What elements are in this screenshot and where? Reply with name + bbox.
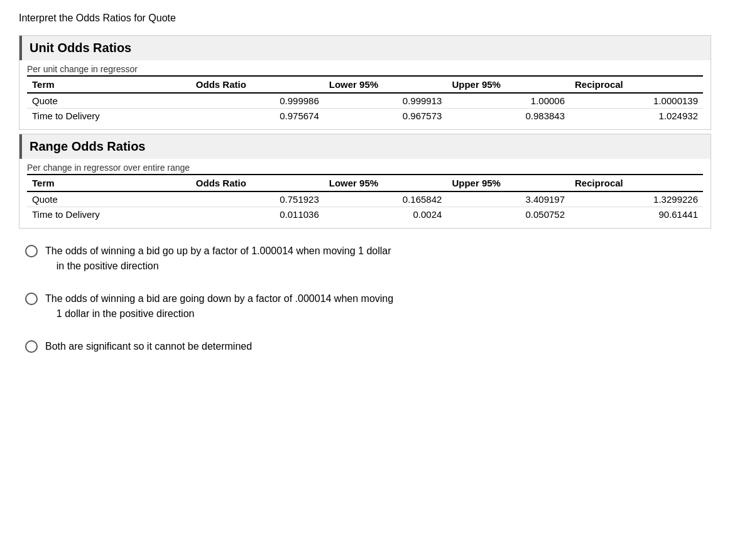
cell-recip: 1.024932 bbox=[570, 109, 703, 124]
option-item-3[interactable]: Both are significant so it cannot be det… bbox=[25, 339, 705, 354]
unit-col-term: Term bbox=[27, 76, 191, 93]
range-col-term: Term bbox=[27, 175, 191, 191]
cell-lower: 0.165842 bbox=[324, 191, 447, 207]
option-item-2[interactable]: The odds of winning a bid are going down… bbox=[25, 291, 705, 321]
options-section: The odds of winning a bid go up by a fac… bbox=[19, 244, 711, 354]
cell-odds: 0.751923 bbox=[191, 191, 324, 207]
radio-button-2[interactable] bbox=[25, 293, 38, 305]
unit-col-upper: Upper 95% bbox=[447, 76, 570, 93]
unit-col-lower: Lower 95% bbox=[324, 76, 447, 93]
cell-upper: 0.050752 bbox=[447, 207, 570, 222]
cell-term: Quote bbox=[27, 93, 191, 109]
cell-lower: 0.999913 bbox=[324, 93, 447, 109]
range-col-lower: Lower 95% bbox=[324, 175, 447, 191]
range-section-subtitle: Per change in regressor over entire rang… bbox=[27, 159, 703, 174]
radio-button-1[interactable] bbox=[25, 245, 38, 257]
option-text-1: The odds of winning a bid go up by a fac… bbox=[45, 244, 391, 274]
cell-recip: 1.0000139 bbox=[570, 93, 703, 109]
range-col-upper: Upper 95% bbox=[447, 175, 570, 191]
unit-section-header: Unit Odds Ratios bbox=[19, 36, 711, 60]
unit-section-subtitle: Per unit change in regressor bbox=[27, 60, 703, 75]
option-item-1[interactable]: The odds of winning a bid go up by a fac… bbox=[25, 244, 705, 274]
cell-lower: 0.967573 bbox=[324, 109, 447, 124]
cell-term: Time to Delivery bbox=[27, 109, 191, 124]
option-text-3: Both are significant so it cannot be det… bbox=[45, 339, 252, 354]
page-title: Interpret the Odds Ratios for Quote bbox=[19, 13, 711, 24]
cell-recip: 90.61441 bbox=[570, 207, 703, 222]
cell-upper: 0.983843 bbox=[447, 109, 570, 124]
option-text-2: The odds of winning a bid are going down… bbox=[45, 291, 393, 321]
cell-odds: 0.975674 bbox=[191, 109, 324, 124]
unit-table-header-row: Term Odds Ratio Lower 95% Upper 95% Reci… bbox=[27, 76, 703, 93]
table-row: Time to Delivery 0.975674 0.967573 0.983… bbox=[27, 109, 703, 124]
cell-upper: 1.00006 bbox=[447, 93, 570, 109]
cell-recip: 1.3299226 bbox=[570, 191, 703, 207]
range-col-recip: Reciprocal bbox=[570, 175, 703, 191]
range-odds-ratios-section: Range Odds Ratios Per change in regresso… bbox=[19, 134, 711, 229]
table-row: Quote 0.999986 0.999913 1.00006 1.000013… bbox=[27, 93, 703, 109]
radio-button-3[interactable] bbox=[25, 340, 38, 353]
unit-odds-ratios-section: Unit Odds Ratios Per unit change in regr… bbox=[19, 35, 711, 130]
unit-table: Term Odds Ratio Lower 95% Upper 95% Reci… bbox=[27, 75, 703, 123]
cell-lower: 0.0024 bbox=[324, 207, 447, 222]
cell-odds: 0.011036 bbox=[191, 207, 324, 222]
range-col-odds: Odds Ratio bbox=[191, 175, 324, 191]
range-table: Term Odds Ratio Lower 95% Upper 95% Reci… bbox=[27, 174, 703, 222]
cell-term: Quote bbox=[27, 191, 191, 207]
range-section-header: Range Odds Ratios bbox=[19, 134, 711, 159]
unit-col-odds: Odds Ratio bbox=[191, 76, 324, 93]
cell-odds: 0.999986 bbox=[191, 93, 324, 109]
range-table-header-row: Term Odds Ratio Lower 95% Upper 95% Reci… bbox=[27, 175, 703, 191]
table-row: Quote 0.751923 0.165842 3.409197 1.32992… bbox=[27, 191, 703, 207]
cell-upper: 3.409197 bbox=[447, 191, 570, 207]
cell-term: Time to Delivery bbox=[27, 207, 191, 222]
unit-col-recip: Reciprocal bbox=[570, 76, 703, 93]
table-row: Time to Delivery 0.011036 0.0024 0.05075… bbox=[27, 207, 703, 222]
